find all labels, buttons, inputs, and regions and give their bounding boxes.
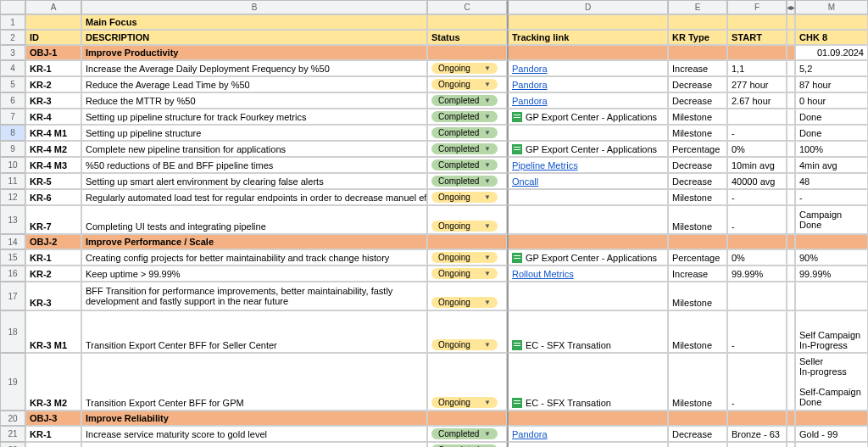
row-header[interactable]: 20 [0, 411, 25, 426]
cell[interactable] [787, 249, 795, 265]
start-value[interactable] [727, 109, 787, 125]
status-cell[interactable]: Ongoing▼ [427, 205, 507, 234]
row-header[interactable]: 11 [0, 173, 25, 189]
chk-value[interactable] [795, 282, 868, 310]
cell[interactable] [787, 205, 795, 234]
kr-id[interactable]: KR-3 M1 [25, 310, 81, 353]
kr-type[interactable]: Milestone [668, 205, 727, 234]
status-cell[interactable]: Completed▼ [427, 125, 507, 141]
kr-desc[interactable]: Keep uptime > 99.99% [81, 265, 427, 282]
start-value[interactable]: 97% [727, 442, 787, 447]
cell[interactable] [787, 310, 795, 353]
cell[interactable] [427, 411, 507, 426]
col-header-a[interactable]: A [25, 0, 81, 14]
tracking-cell[interactable] [507, 125, 668, 141]
kr-desc[interactable]: Increase the Average Daily Deployment Fr… [81, 60, 427, 76]
status-pill[interactable]: Completed▼ [431, 176, 498, 187]
cell[interactable] [787, 442, 795, 447]
cell[interactable] [787, 125, 795, 141]
kr-desc[interactable]: Complete new pipeline transition for app… [81, 141, 427, 157]
kr-desc[interactable]: Transition Export Center BFF for Seller … [81, 310, 427, 353]
start-value[interactable]: - [727, 125, 787, 141]
row-header[interactable]: 2 [0, 30, 25, 45]
kr-type[interactable]: Decrease [668, 76, 727, 92]
chk-value[interactable]: 4min avg [795, 157, 868, 173]
cell[interactable] [427, 14, 507, 30]
start-value[interactable]: 277 hour [727, 76, 787, 92]
cell[interactable] [787, 92, 795, 109]
kr-id[interactable]: KR-1 [25, 249, 81, 265]
status-cell[interactable]: Ongoing▼ [427, 265, 507, 282]
kr-desc[interactable]: Reduce the MTTR by %50 [81, 92, 427, 109]
col-header-collapsed[interactable]: ◂▸ [787, 0, 795, 14]
tracking-cell[interactable] [507, 282, 668, 310]
status-pill[interactable]: Completed▼ [431, 127, 498, 138]
chk-value[interactable]: 100% [795, 141, 868, 157]
cell[interactable] [787, 109, 795, 125]
tracking-link[interactable]: Pipeline Metrics [512, 160, 578, 170]
status-cell[interactable]: Ongoing▼ [427, 76, 507, 92]
chk-value[interactable]: 100% [795, 442, 868, 447]
cell[interactable] [787, 265, 795, 282]
cell[interactable] [787, 353, 795, 411]
status-pill[interactable]: Ongoing▼ [431, 63, 498, 74]
cell[interactable] [787, 282, 795, 310]
col-header-f[interactable]: F [727, 0, 787, 14]
spreadsheet-grid[interactable]: A B C D E F ◂▸ M 1 Main Focus 2 ID DESCR… [0, 0, 868, 447]
status-pill[interactable]: Completed▼ [431, 143, 498, 154]
col-header-d[interactable]: D [507, 0, 668, 14]
status-cell[interactable]: Ongoing▼ [427, 353, 507, 411]
start-value[interactable]: 10min avg [727, 157, 787, 173]
chk-value[interactable]: 48 [795, 173, 868, 189]
kr-id[interactable]: KR-2 [25, 265, 81, 282]
header-description[interactable]: DESCRIPTION [81, 30, 427, 45]
obj-id[interactable]: OBJ-1 [25, 45, 81, 60]
cell[interactable] [787, 426, 795, 442]
row-header[interactable]: 22 [0, 442, 25, 447]
tracking-cell[interactable]: Rollout Metrics [507, 265, 668, 282]
tracking-cell[interactable] [507, 205, 668, 234]
row-header[interactable]: 21 [0, 426, 25, 442]
kr-id[interactable]: KR-6 [25, 189, 81, 205]
cell[interactable] [795, 411, 868, 426]
col-header-e[interactable]: E [668, 0, 727, 14]
cell[interactable] [668, 411, 727, 426]
cell[interactable] [668, 45, 727, 60]
tracking-link[interactable]: GP Export Center - Applications [526, 144, 657, 154]
tracking-cell[interactable]: Oncall [507, 173, 668, 189]
row-header[interactable]: 9 [0, 141, 25, 157]
start-value[interactable]: Bronze - 63 [727, 426, 787, 442]
row-header[interactable]: 17 [0, 282, 25, 310]
cell[interactable] [787, 141, 795, 157]
header-chk8[interactable]: CHK 8 [795, 30, 868, 45]
start-value[interactable] [727, 282, 787, 310]
kr-id[interactable]: KR-5 [25, 173, 81, 189]
status-cell[interactable]: Ongoing▼ [427, 310, 507, 353]
tracking-link[interactable]: Pandora [512, 96, 548, 106]
status-pill[interactable]: Ongoing▼ [431, 252, 498, 263]
cell[interactable] [787, 157, 795, 173]
cell[interactable] [668, 234, 727, 249]
tracking-cell[interactable]: EC - SFX Transation [507, 353, 668, 411]
kr-id[interactable]: KR-4 M1 [25, 125, 81, 141]
tracking-cell[interactable]: GP Export Center - Applications [507, 141, 668, 157]
row-header[interactable]: 15 [0, 249, 25, 265]
kr-type[interactable]: Decrease [668, 92, 727, 109]
check-date[interactable]: 01.09.2024 [795, 45, 868, 60]
kr-type[interactable]: Decrease [668, 426, 727, 442]
cell[interactable] [507, 234, 668, 249]
cell[interactable] [727, 45, 787, 60]
tracking-cell[interactable]: Pandora [507, 60, 668, 76]
kr-id[interactable]: KR-1 [25, 426, 81, 442]
tracking-cell[interactable]: Pandora [507, 426, 668, 442]
obj-desc[interactable]: Improve Performance / Scale [81, 234, 427, 249]
tracking-link[interactable]: EC - SFX Transation [526, 398, 611, 408]
status-pill[interactable]: Ongoing▼ [431, 79, 498, 90]
cell[interactable] [727, 234, 787, 249]
kr-type[interactable]: Decrease [668, 173, 727, 189]
col-header-c[interactable]: C [427, 0, 507, 14]
start-value[interactable]: - [727, 189, 787, 205]
status-pill[interactable]: Ongoing▼ [431, 397, 498, 408]
kr-desc[interactable]: Creating config projects for better main… [81, 249, 427, 265]
row-header[interactable]: 5 [0, 76, 25, 92]
